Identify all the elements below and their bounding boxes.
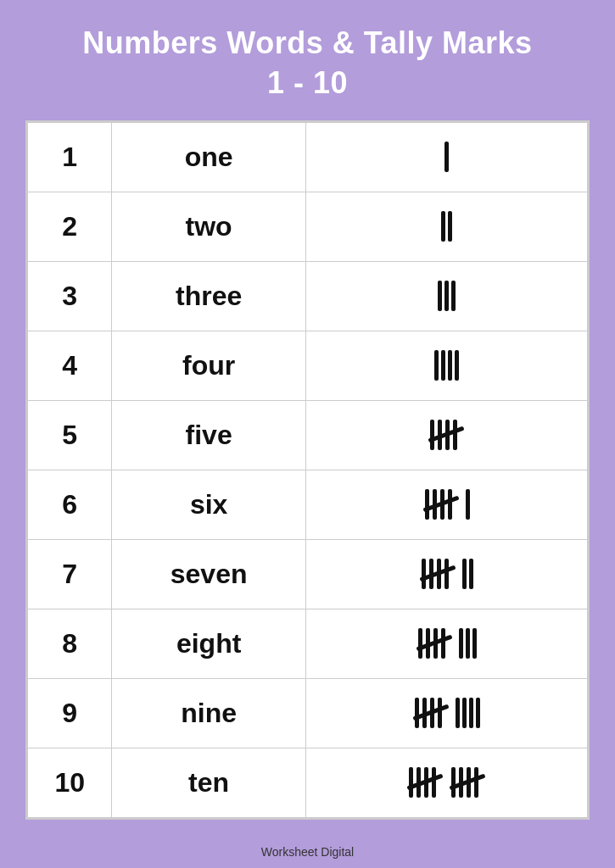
table-row: 5 five [28,400,588,470]
tally-cell [305,331,587,400]
table-row: 9 nine [28,678,588,748]
tally-cell [305,261,587,331]
table-row: 1 one [28,122,588,192]
tally-cell [305,609,587,678]
word-cell: eight [112,609,305,678]
header-line1: Numbers Words & Tally Marks [82,24,532,64]
header-line2: 1 - 10 [82,64,532,103]
word-cell: nine [112,678,305,748]
tally-cell [305,678,587,748]
tally-cell [305,470,587,539]
number-cell: 7 [28,539,112,609]
table-row: 8 eight [28,609,588,678]
tally-cell [305,192,587,261]
tally-cell [305,400,587,470]
tally-cell [305,539,587,609]
table-row: 6 six [28,470,588,539]
word-cell: one [112,122,305,192]
table-row: 3 three [28,261,588,331]
table-row: 10 ten [28,748,588,817]
number-cell: 5 [28,400,112,470]
tally-five-icon [409,767,441,798]
number-cell: 9 [28,678,112,748]
numbers-table: 1 one 2 two [27,122,588,818]
tally-five-icon [418,628,450,659]
word-cell: three [112,261,305,331]
table-row: 4 four [28,331,588,400]
tally-five-icon [425,489,457,520]
tally-five-icon [451,767,484,798]
page-header: Numbers Words & Tally Marks 1 - 10 [65,0,549,120]
table-row: 7 seven [28,539,588,609]
number-cell: 6 [28,470,112,539]
word-cell: two [112,192,305,261]
word-cell: ten [112,748,305,817]
word-cell: five [112,400,305,470]
main-table-container: 1 one 2 two [25,120,590,820]
number-cell: 1 [28,122,112,192]
number-cell: 4 [28,331,112,400]
word-cell: seven [112,539,305,609]
number-cell: 3 [28,261,112,331]
word-cell: four [112,331,305,400]
tally-five-icon [430,420,462,450]
number-cell: 8 [28,609,112,678]
tally-cell [305,122,587,192]
number-cell: 10 [28,748,112,817]
table-row: 2 two [28,192,588,261]
tally-five-icon [415,698,447,728]
tally-five-icon [422,559,454,589]
tally-cell [305,748,587,817]
number-cell: 2 [28,192,112,261]
footer-text: Worksheet Digital [261,845,354,859]
word-cell: six [112,470,305,539]
